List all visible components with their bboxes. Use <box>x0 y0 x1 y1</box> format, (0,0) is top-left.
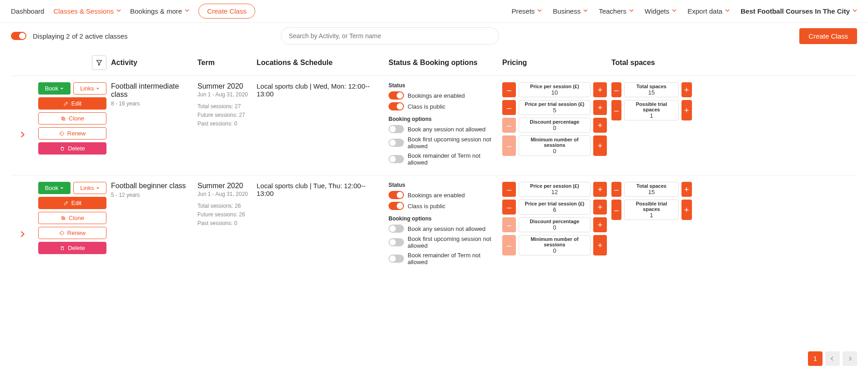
discount-percentage-value: 0 <box>553 125 556 131</box>
total-spaces-field[interactable]: Total spaces 15 <box>624 182 679 197</box>
chevron-right-icon <box>20 231 25 237</box>
discount-percentage-increment[interactable]: + <box>593 118 607 133</box>
price-per-session-field[interactable]: Price per session (£) 12 <box>519 182 590 197</box>
possible-trial-spaces-decrement[interactable]: – <box>611 200 621 220</box>
book-any-session-toggle[interactable] <box>389 125 404 133</box>
minimum-sessions-decrement[interactable]: – <box>502 235 516 255</box>
nav-presets[interactable]: Presets <box>511 7 542 15</box>
caret-down-icon <box>96 87 100 90</box>
book-button[interactable]: Book <box>38 82 71 95</box>
price-per-trial-field[interactable]: Price per trial session (£) 5 <box>519 100 590 115</box>
total-spaces-increment[interactable]: + <box>681 82 692 97</box>
possible-trial-spaces-field[interactable]: Possible trial spaces 1 <box>624 200 679 220</box>
price-per-trial-increment[interactable]: + <box>593 100 607 115</box>
book-remainder-toggle[interactable] <box>389 255 404 263</box>
minimum-sessions-field[interactable]: Minimum number of sessions 0 <box>519 235 590 255</box>
possible-trial-spaces-decrement[interactable]: – <box>611 100 621 120</box>
total-spaces-decrement[interactable]: – <box>611 82 621 97</box>
table-row: Book Links Edit Clone Renew <box>11 175 857 275</box>
discount-percentage-increment[interactable]: + <box>593 217 607 232</box>
chevron-down-icon <box>629 9 634 14</box>
nav-classes-sessions[interactable]: Classes & Sessions <box>53 7 121 15</box>
header-pricing: Pricing <box>502 59 607 67</box>
caret-down-icon <box>60 187 64 190</box>
renew-button[interactable]: Renew <box>38 227 106 239</box>
renew-button[interactable]: Renew <box>38 127 106 140</box>
discount-percentage-group: – Discount percentage 0 + <box>502 118 607 133</box>
price-per-trial-decrement[interactable]: – <box>502 200 516 215</box>
nav-bookings[interactable]: Bookings & more <box>130 7 189 15</box>
price-per-session-decrement[interactable]: – <box>502 82 516 97</box>
total-spaces-value: 15 <box>648 189 655 195</box>
minimum-sessions-increment[interactable]: + <box>593 135 607 156</box>
nav-dashboard[interactable]: Dashboard <box>11 7 44 15</box>
bookings-enabled-toggle[interactable] <box>389 191 404 199</box>
minimum-sessions-increment[interactable]: + <box>593 235 607 255</box>
minimum-sessions-field[interactable]: Minimum number of sessions 0 <box>519 135 590 156</box>
delete-button[interactable]: Delete <box>38 242 106 254</box>
clone-button[interactable]: Clone <box>38 212 106 224</box>
discount-percentage-label: Discount percentage <box>530 219 580 224</box>
nav-export-label: Export data <box>687 7 722 15</box>
discount-percentage-decrement[interactable]: – <box>502 217 516 232</box>
book-first-upcoming-toggle[interactable] <box>389 139 404 147</box>
nav-widgets[interactable]: Widgets <box>645 7 676 15</box>
class-public-toggle[interactable] <box>389 202 404 210</box>
create-class-button-top[interactable]: Create Class <box>198 4 255 19</box>
links-label: Links <box>80 85 94 92</box>
book-remainder-toggle[interactable] <box>389 155 404 163</box>
active-classes-toggle[interactable] <box>11 32 26 40</box>
price-per-session-increment[interactable]: + <box>593 82 607 97</box>
total-spaces-increment[interactable]: + <box>681 182 692 197</box>
class-public-toggle[interactable] <box>389 102 404 110</box>
header-term: Term <box>197 59 252 67</box>
class-age: 8 - 16 years <box>111 100 193 107</box>
bookings-enabled-toggle[interactable] <box>389 91 404 100</box>
expand-row-button[interactable] <box>11 82 34 169</box>
nav-bookings-label: Bookings & more <box>130 7 182 15</box>
total-spaces-decrement[interactable]: – <box>611 182 621 197</box>
book-remainder-label: Book remainder of Term not allowed <box>408 252 498 265</box>
price-per-trial-increment[interactable]: + <box>593 200 607 215</box>
edit-icon <box>63 101 69 106</box>
search-input[interactable] <box>281 27 499 45</box>
possible-trial-spaces-increment[interactable]: + <box>681 200 692 220</box>
book-label: Book <box>45 185 59 191</box>
price-per-trial-decrement[interactable]: – <box>502 100 516 115</box>
create-class-button[interactable]: Create Class <box>799 28 857 44</box>
book-first-upcoming-toggle[interactable] <box>389 238 404 246</box>
delete-button[interactable]: Delete <box>38 142 106 155</box>
discount-percentage-field[interactable]: Discount percentage 0 <box>519 217 590 232</box>
nav-brand[interactable]: Best Football Courses In The City <box>741 7 857 15</box>
price-per-session-decrement[interactable]: – <box>502 182 516 197</box>
price-per-session-field[interactable]: Price per session (£) 10 <box>519 82 590 97</box>
nav-export-data[interactable]: Export data <box>687 7 730 15</box>
discount-percentage-decrement[interactable]: – <box>502 118 516 133</box>
price-per-trial-field[interactable]: Price per trial session (£) 6 <box>519 200 590 215</box>
total-spaces-field[interactable]: Total spaces 15 <box>624 82 679 97</box>
filter-button[interactable] <box>92 55 106 70</box>
filter-icon <box>96 59 103 66</box>
nav-teachers[interactable]: Teachers <box>599 7 634 15</box>
edit-button[interactable]: Edit <box>38 97 106 110</box>
edit-label: Edit <box>71 200 81 206</box>
book-button[interactable]: Book <box>38 182 71 194</box>
nav-business[interactable]: Business <box>553 7 588 15</box>
book-any-session-toggle[interactable] <box>389 225 404 233</box>
links-button[interactable]: Links <box>73 82 106 95</box>
links-button[interactable]: Links <box>73 182 106 194</box>
edit-button[interactable]: Edit <box>38 197 106 209</box>
price-per-session-increment[interactable]: + <box>593 182 607 197</box>
header-activity: Activity <box>111 59 193 67</box>
minimum-sessions-decrement[interactable]: – <box>502 135 516 156</box>
possible-trial-spaces-increment[interactable]: + <box>681 100 692 120</box>
bookings-enabled-label: Bookings are enabled <box>408 192 465 199</box>
possible-trial-spaces-field[interactable]: Possible trial spaces 1 <box>624 100 679 120</box>
price-per-trial-label: Price per trial session (£) <box>525 201 585 206</box>
total-spaces-group: – Total spaces 15 + <box>611 182 680 197</box>
expand-row-button[interactable] <box>11 182 34 268</box>
clone-button[interactable]: Clone <box>38 112 106 125</box>
clone-label: Clone <box>69 215 84 221</box>
discount-percentage-field[interactable]: Discount percentage 0 <box>519 118 590 133</box>
schedule-text: Local sports club | Wed, Mon: 12:00-- 13… <box>257 82 384 98</box>
